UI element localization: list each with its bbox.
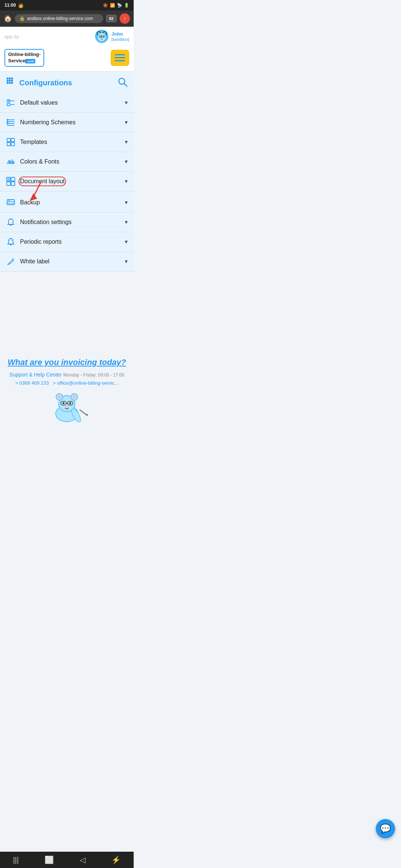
menu-item-document-layout[interactable]: Document layout ▾ [0,172,134,191]
notification-settings-icon [6,218,16,227]
menu-item-left: Numbering Schemes [6,118,75,127]
menu-item-left: Notification settings [6,218,72,227]
svg-point-70 [63,402,65,404]
document-layout-chevron: ▾ [125,178,128,185]
menu-item-left: Backup [6,198,40,207]
mute-icon: 🔕 [103,3,108,8]
footer-support-hours: Monday - Friday: 09:00 - 17:00 [63,372,124,378]
svg-point-56 [10,238,12,239]
svg-point-57 [9,240,10,241]
notification-settings-chevron: ▾ [125,218,128,226]
app-by-label: app by [4,34,19,39]
svg-rect-52 [9,200,10,201]
white-label-label: White label [20,258,49,265]
configurations-header: Configurations [0,72,134,93]
numbering-schemes-icon [6,118,16,127]
svg-point-71 [69,402,71,404]
signal-icon: 📡 [117,3,122,8]
menu-item-left: Periodic reports [6,237,62,246]
colors-fonts-chevron: ▾ [125,158,128,165]
svg-point-11 [101,38,103,39]
svg-rect-36 [11,138,14,142]
footer-section: What are you invoicing today? Support & … [0,346,134,423]
app-logo[interactable]: Online-billing- Service.com [4,49,44,67]
logo-com: .com [25,59,35,63]
svg-rect-44 [11,177,15,181]
white-label-icon [6,257,16,266]
templates-label: Templates [20,139,47,145]
menu-item-colors-fonts[interactable]: Ab Abc Colors & Fonts ▾ [0,152,134,172]
svg-rect-20 [11,82,13,84]
user-info[interactable]: John [sandbox] [95,30,129,43]
svg-rect-46 [11,182,15,185]
configurations-title: Configurations [19,79,72,87]
menu-item-white-label[interactable]: White label ▾ [0,252,134,272]
browser-home-icon[interactable]: 🏠 [4,14,12,23]
periodic-reports-chevron: ▾ [125,238,128,245]
backup-icon [6,198,16,207]
svg-point-27 [9,100,10,101]
svg-rect-35 [7,138,10,142]
lock-icon: 🔒 [19,16,25,21]
svg-text:Abc: Abc [7,160,14,165]
menu-line-3 [115,60,125,61]
wifi-icon: 📶 [110,3,115,8]
menu-item-backup[interactable]: Backup ▾ [0,193,134,213]
logo-text: Online-billing- Service.com [8,52,40,64]
status-bar: 11:00 🧑 🔕 📶 📡 🔋 [0,0,134,10]
upload-icon: ↑ [124,16,126,22]
notification-settings-label: Notification settings [20,219,72,226]
configurations-icon [6,77,16,89]
browser-tabs-count[interactable]: 82 [106,15,117,22]
svg-rect-16 [9,80,11,82]
svg-rect-32 [7,119,8,121]
search-icon[interactable] [117,77,128,89]
logo-menu-row: Online-billing- Service.com [0,46,134,72]
menu-item-left: Default values [6,98,58,107]
svg-rect-34 [7,123,8,124]
main-content: Configurations [0,72,134,272]
footer-tagline-text: What are you invoicing today? [7,358,126,367]
menu-item-default-values[interactable]: Default values ▾ [0,93,134,113]
svg-rect-17 [11,80,13,82]
svg-rect-24 [7,103,10,106]
avatar [95,30,108,43]
bear-mascot-svg [45,389,89,423]
empty-area [0,272,134,346]
svg-point-6 [100,36,101,37]
periodic-reports-icon [6,237,16,246]
default-values-label: Default values [20,99,58,106]
hamburger-menu-button[interactable] [111,50,129,66]
url-text: andbox.online-billing-service.com [27,16,93,21]
menu-item-templates[interactable]: Templates ▾ [0,132,134,152]
battery-icon: 🔋 [124,3,129,8]
backup-label: Backup [20,199,40,206]
footer-support-row: Support & Help Center Monday - Friday: 0… [7,371,126,378]
document-layout-highlight: Document layout [20,178,65,185]
menu-item-periodic-reports[interactable]: Periodic reports ▾ [0,232,134,252]
menu-item-notification-settings[interactable]: Notification settings ▾ [0,213,134,232]
browser-upload-button[interactable]: ↑ [120,13,130,24]
templates-icon [6,138,16,147]
templates-chevron: ▾ [125,138,128,145]
document-layout-label: Document layout [20,178,65,184]
menu-items-list: Default values ▾ Numberin [0,93,134,272]
menu-line-2 [115,57,125,58]
svg-rect-13 [9,78,11,79]
footer-support-label: Support & Help Center [9,372,62,378]
white-label-chevron: ▾ [125,258,128,265]
svg-rect-37 [7,142,10,146]
svg-rect-45 [7,182,10,185]
menu-item-numbering-schemes[interactable]: Numbering Schemes ▾ [0,113,134,132]
numbering-schemes-chevron: ▾ [125,119,128,126]
svg-point-7 [103,36,104,37]
backup-chevron: ▾ [125,199,128,206]
browser-bar: 🏠 🔒 andbox.online-billing-service.com 82… [0,10,134,27]
svg-point-65 [58,395,61,399]
footer-contact: > 0368 409 233 > office@online-billing-s… [7,380,126,386]
browser-url-box[interactable]: 🔒 andbox.online-billing-service.com [15,14,103,23]
colors-fonts-icon: Ab Abc [6,157,16,166]
user-sandbox-label: [sandbox] [111,37,129,42]
periodic-reports-label: Periodic reports [20,239,62,245]
svg-rect-14 [11,78,13,79]
